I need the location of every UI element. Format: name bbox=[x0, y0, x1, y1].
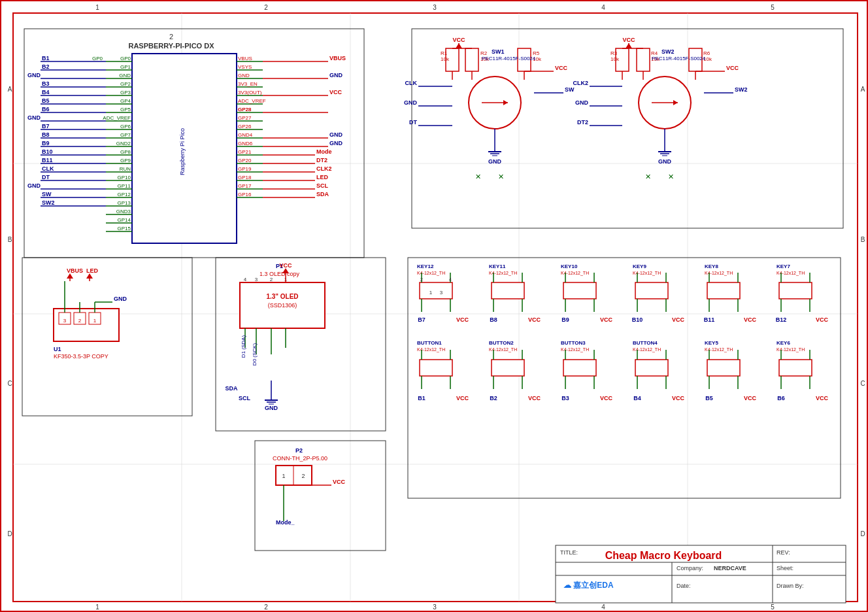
svg-text:GP0: GP0 bbox=[92, 56, 103, 61]
svg-text:B10: B10 bbox=[42, 148, 53, 155]
svg-text:(SSD1306): (SSD1306) bbox=[268, 302, 297, 309]
svg-text:GP14: GP14 bbox=[118, 217, 131, 223]
svg-text:VCC: VCC bbox=[452, 37, 465, 43]
svg-rect-419 bbox=[556, 545, 846, 603]
svg-text:2: 2 bbox=[420, 277, 423, 282]
svg-text:KEY10: KEY10 bbox=[561, 264, 578, 269]
svg-text:VCC: VCC bbox=[600, 395, 613, 401]
svg-rect-294 bbox=[255, 441, 386, 551]
svg-rect-309 bbox=[420, 282, 452, 299]
svg-text:Sheet:: Sheet: bbox=[776, 565, 793, 571]
svg-rect-26 bbox=[24, 29, 364, 258]
svg-text:Mode: Mode bbox=[316, 148, 332, 155]
svg-text:SW2: SW2 bbox=[735, 86, 748, 93]
svg-text:A: A bbox=[861, 86, 865, 93]
svg-marker-253 bbox=[86, 273, 93, 279]
svg-point-227 bbox=[639, 76, 691, 129]
svg-rect-322 bbox=[492, 282, 524, 299]
svg-text:3V3(OUT): 3V3(OUT) bbox=[238, 90, 262, 95]
svg-text:LED: LED bbox=[86, 267, 99, 274]
svg-text:GP10: GP10 bbox=[118, 175, 131, 180]
svg-text:GND: GND bbox=[27, 182, 41, 189]
svg-text:2: 2 bbox=[78, 318, 82, 324]
svg-rect-340 bbox=[635, 282, 668, 299]
svg-text:VCC: VCC bbox=[726, 65, 739, 71]
svg-text:A: A bbox=[8, 86, 12, 93]
svg-text:Cheap Macro Keyboard: Cheap Macro Keyboard bbox=[605, 550, 722, 561]
svg-text:✕: ✕ bbox=[645, 173, 651, 180]
svg-rect-254 bbox=[54, 309, 119, 341]
svg-text:GP17: GP17 bbox=[238, 183, 252, 189]
svg-text:1: 1 bbox=[429, 290, 433, 296]
svg-text:GP19: GP19 bbox=[238, 166, 252, 172]
svg-text:PEC11R-4015F-S0024: PEC11R-4015F-S0024 bbox=[482, 56, 536, 61]
svg-text:K4-12x12_TH: K4-12x12_TH bbox=[705, 271, 733, 276]
svg-rect-175 bbox=[446, 48, 459, 71]
svg-text:VBUS: VBUS bbox=[67, 267, 83, 274]
svg-text:R2: R2 bbox=[480, 50, 488, 56]
svg-text:C: C bbox=[860, 380, 865, 387]
svg-rect-358 bbox=[779, 282, 812, 299]
svg-text:2: 2 bbox=[301, 473, 305, 479]
svg-text:Date:: Date: bbox=[676, 583, 691, 589]
svg-rect-306 bbox=[408, 258, 841, 498]
svg-text:GP5: GP5 bbox=[120, 107, 131, 112]
svg-text:KEY6: KEY6 bbox=[776, 340, 790, 346]
schematic-canvas: 1 2 3 4 5 1 2 3 4 5 A B C D A B C D 2 RA… bbox=[0, 0, 868, 612]
svg-text:SCL: SCL bbox=[239, 395, 251, 401]
svg-text:KEY7: KEY7 bbox=[776, 264, 790, 269]
svg-text:GND: GND bbox=[658, 158, 672, 165]
svg-text:1: 1 bbox=[93, 318, 97, 324]
svg-text:D: D bbox=[7, 530, 12, 537]
svg-text:K4-12x12_TH: K4-12x12_TH bbox=[561, 271, 589, 276]
svg-text:B: B bbox=[8, 236, 12, 243]
svg-text:R6: R6 bbox=[703, 50, 710, 56]
svg-text:SW2: SW2 bbox=[42, 199, 55, 206]
svg-text:GP9: GP9 bbox=[120, 158, 131, 163]
svg-text:R1: R1 bbox=[441, 50, 448, 56]
svg-text:VCC: VCC bbox=[744, 395, 757, 401]
svg-rect-271 bbox=[240, 282, 325, 328]
svg-rect-180 bbox=[465, 48, 478, 71]
svg-text:GP28: GP28 bbox=[238, 107, 252, 112]
svg-text:GND: GND bbox=[488, 158, 502, 165]
svg-text:B4: B4 bbox=[42, 89, 50, 95]
svg-text:PEC11R-4015F-S0024: PEC11R-4015F-S0024 bbox=[652, 56, 706, 61]
svg-marker-292 bbox=[282, 268, 289, 273]
svg-text:10k: 10k bbox=[480, 56, 490, 62]
svg-text:10k: 10k bbox=[441, 56, 450, 62]
svg-rect-211 bbox=[616, 48, 629, 71]
svg-text:B1: B1 bbox=[42, 55, 50, 61]
svg-text:VCC: VCC bbox=[456, 316, 469, 323]
svg-text:VCC: VCC bbox=[456, 395, 469, 401]
svg-text:VCC: VCC bbox=[672, 395, 685, 401]
svg-text:VCC: VCC bbox=[816, 316, 829, 323]
svg-text:1: 1 bbox=[95, 4, 99, 11]
svg-text:GND6: GND6 bbox=[238, 141, 253, 146]
svg-rect-367 bbox=[420, 360, 452, 376]
svg-text:B9: B9 bbox=[42, 140, 50, 146]
svg-marker-174 bbox=[626, 43, 632, 48]
svg-text:GND2: GND2 bbox=[116, 141, 131, 146]
svg-text:P2: P2 bbox=[295, 447, 303, 454]
svg-text:LED: LED bbox=[316, 174, 329, 180]
svg-text:KEY9: KEY9 bbox=[633, 264, 646, 269]
svg-rect-257 bbox=[89, 313, 101, 324]
svg-text:1: 1 bbox=[95, 604, 99, 611]
svg-text:10k: 10k bbox=[651, 56, 660, 62]
svg-text:Drawn By:: Drawn By: bbox=[776, 583, 804, 589]
svg-text:GP28: GP28 bbox=[238, 107, 252, 112]
svg-text:3: 3 bbox=[433, 604, 437, 611]
svg-rect-216 bbox=[637, 48, 650, 71]
svg-text:GP2: GP2 bbox=[120, 81, 131, 87]
svg-text:BUTTON4: BUTTON4 bbox=[633, 340, 658, 346]
svg-text:4: 4 bbox=[244, 277, 247, 282]
svg-text:P1: P1 bbox=[276, 263, 283, 269]
svg-marker-193 bbox=[503, 100, 508, 105]
svg-text:SCL: SCL bbox=[316, 182, 329, 189]
svg-text:R4: R4 bbox=[651, 50, 658, 56]
svg-text:B5: B5 bbox=[705, 395, 713, 401]
svg-text:REV:: REV: bbox=[776, 549, 790, 556]
svg-text:GP3: GP3 bbox=[120, 90, 131, 95]
svg-text:GP26: GP26 bbox=[238, 124, 252, 129]
